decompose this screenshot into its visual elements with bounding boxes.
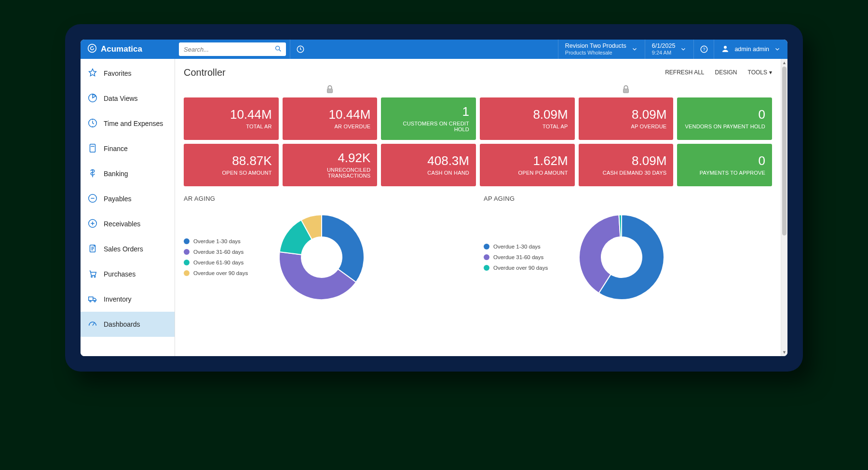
chart-title: AR AGING	[184, 195, 472, 202]
donut-chart[interactable]	[573, 209, 670, 305]
kpi-label: CUSTOMERS ON CREDIT HOLD	[388, 121, 469, 133]
sidebar-item-finance[interactable]: Finance	[81, 136, 175, 161]
legend-item[interactable]: Overdue 1-30 days	[484, 244, 561, 249]
sidebar-item-label: Inventory	[104, 295, 132, 303]
kpi-label: AR OVERDUE	[335, 124, 371, 130]
kpi-label: OPEN SO AMOUNT	[222, 170, 272, 176]
business-date: 6/1/2025	[652, 42, 676, 49]
kpi-tile[interactable]: 408.3MCASH ON HAND	[381, 144, 476, 186]
lock-icon-left	[184, 84, 476, 95]
tools-menu[interactable]: TOOLS ▾	[748, 69, 772, 76]
sidebar-item-receivables[interactable]: Receivables	[81, 211, 175, 236]
legend-label: Overdue 31-60 days	[493, 254, 543, 260]
refresh-all-button[interactable]: REFRESH ALL	[665, 69, 704, 76]
kpi-tile[interactable]: 88.87KOPEN SO AMOUNT	[184, 144, 279, 186]
history-button[interactable]	[290, 40, 310, 59]
chevron-down-icon	[680, 46, 687, 53]
sidebar-item-favorites[interactable]: Favorites	[81, 61, 175, 86]
kpi-value: 1.62M	[533, 154, 568, 168]
kpi-tile[interactable]: 10.44MAR OVERDUE	[283, 97, 378, 140]
svg-point-1	[276, 46, 280, 50]
kpi-tile[interactable]: 1CUSTOMERS ON CREDIT HOLD	[381, 97, 476, 140]
kpi-tile[interactable]: 8.09MTOTAL AP	[480, 97, 575, 140]
kpi-label: TOTAL AR	[246, 124, 271, 130]
sidebar-item-inventory[interactable]: Inventory	[81, 287, 175, 312]
scroll-track[interactable]	[781, 67, 787, 348]
sidebar-item-label: Time and Expenses	[104, 120, 163, 127]
gauge-icon	[87, 318, 98, 331]
design-button[interactable]: DESIGN	[715, 69, 737, 76]
sidebar-item-label: Finance	[104, 145, 128, 152]
legend-item[interactable]: Overdue 31-60 days	[484, 254, 561, 260]
donut-chart[interactable]	[273, 209, 370, 305]
kpi-tile[interactable]: 8.09MCASH DEMAND 30 DAYS	[579, 144, 674, 186]
sidebar-item-banking[interactable]: Banking	[81, 161, 175, 186]
truck-icon	[87, 293, 98, 305]
kpi-value: 0	[759, 154, 765, 168]
sidebar-item-data-views[interactable]: Data Views	[81, 86, 175, 111]
body: FavoritesData ViewsTime and ExpensesFina…	[81, 59, 787, 356]
legend-item[interactable]: Overdue over 90 days	[184, 270, 261, 276]
kpi-tile[interactable]: 0VENDORS ON PAYMENT HOLD	[677, 97, 772, 140]
legend-item[interactable]: Overdue 31-60 days	[184, 249, 261, 255]
company-name: Revision Two Products	[565, 42, 626, 49]
kpi-tile[interactable]: 10.44MTOTAL AR	[184, 97, 279, 140]
kpi-tile[interactable]: 1.62MOPEN PO AMOUNT	[480, 144, 575, 186]
legend-label: Overdue over 90 days	[193, 270, 248, 276]
scroll-thumb[interactable]	[782, 67, 787, 235]
company-sub: Products Wholesale	[565, 50, 626, 56]
kpi-label: OPEN PO AMOUNT	[518, 170, 568, 176]
chart-legend: Overdue 1-30 daysOverdue 31-60 daysOverd…	[184, 238, 261, 276]
svg-rect-9	[90, 144, 95, 152]
legend-item[interactable]: Overdue 61-90 days	[184, 260, 261, 265]
kpi-value: 0	[759, 108, 765, 122]
scroll-down-icon[interactable]: ▼	[781, 348, 787, 356]
brand[interactable]: Acumatica	[81, 40, 175, 59]
user-name: admin admin	[734, 46, 769, 53]
chart-ap_aging: AP AGINGOverdue 1-30 daysOverdue 31-60 d…	[484, 195, 772, 305]
kpi-tile[interactable]: 4.92KUNRECONCILED TRANSACTIONS	[283, 144, 378, 186]
svg-point-20	[91, 276, 93, 277]
chevron-down-icon	[774, 46, 781, 53]
legend-item[interactable]: Overdue over 90 days	[484, 265, 561, 271]
sidebar-item-purchases[interactable]: Purchases	[81, 262, 175, 287]
decorative-frame: Acumatica Revision Two Products Products…	[65, 24, 803, 372]
chevron-down-icon	[631, 46, 638, 53]
legend-swatch	[184, 260, 190, 265]
legend-swatch	[184, 270, 190, 276]
search-box[interactable]	[179, 42, 286, 56]
svg-line-2	[279, 50, 281, 51]
page-header: Controller REFRESH ALL DESIGN TOOLS ▾	[184, 64, 772, 81]
company-selector[interactable]: Revision Two Products Products Wholesale	[558, 40, 645, 59]
kpi-value: 4.92K	[338, 151, 370, 165]
sidebar-item-sales-orders[interactable]: Sales Orders	[81, 236, 175, 262]
svg-text:?: ?	[703, 47, 705, 52]
legend-swatch	[484, 265, 489, 271]
chart-legend: Overdue 1-30 daysOverdue 31-60 daysOverd…	[484, 244, 561, 271]
kpi-value: 88.87K	[232, 154, 271, 168]
clock-icon	[87, 118, 98, 130]
kpi-value: 8.09M	[632, 154, 666, 168]
kpi-label: PAYMENTS TO APPROVE	[700, 170, 765, 176]
help-button[interactable]: ?	[693, 40, 714, 59]
kpi-tile[interactable]: 8.09MAP OVERDUE	[579, 97, 674, 140]
legend-swatch	[184, 249, 190, 255]
kpi-tile[interactable]: 0PAYMENTS TO APPROVE	[677, 144, 772, 186]
user-menu[interactable]: admin admin	[714, 40, 787, 59]
legend-item[interactable]: Overdue 1-30 days	[184, 238, 261, 244]
sidebar-item-payables[interactable]: Payables	[81, 186, 175, 211]
brand-icon	[87, 43, 97, 55]
sidebar-item-label: Sales Orders	[104, 245, 143, 253]
svg-rect-27	[624, 89, 629, 93]
legend-swatch	[484, 254, 489, 260]
scroll-up-icon[interactable]: ▲	[781, 59, 787, 67]
sidebar-item-dashboards[interactable]: Dashboards	[81, 312, 175, 337]
business-date-selector[interactable]: 6/1/2025 9:24 AM	[645, 40, 694, 59]
vertical-scrollbar[interactable]: ▲ ▼	[781, 59, 787, 356]
sidebar-item-label: Dashboards	[104, 320, 140, 328]
kpi-value: 408.3M	[427, 154, 469, 168]
search-input[interactable]	[183, 45, 274, 54]
page-title: Controller	[184, 67, 226, 78]
lock-row	[184, 84, 772, 95]
sidebar-item-time-and-expenses[interactable]: Time and Expenses	[81, 111, 175, 136]
